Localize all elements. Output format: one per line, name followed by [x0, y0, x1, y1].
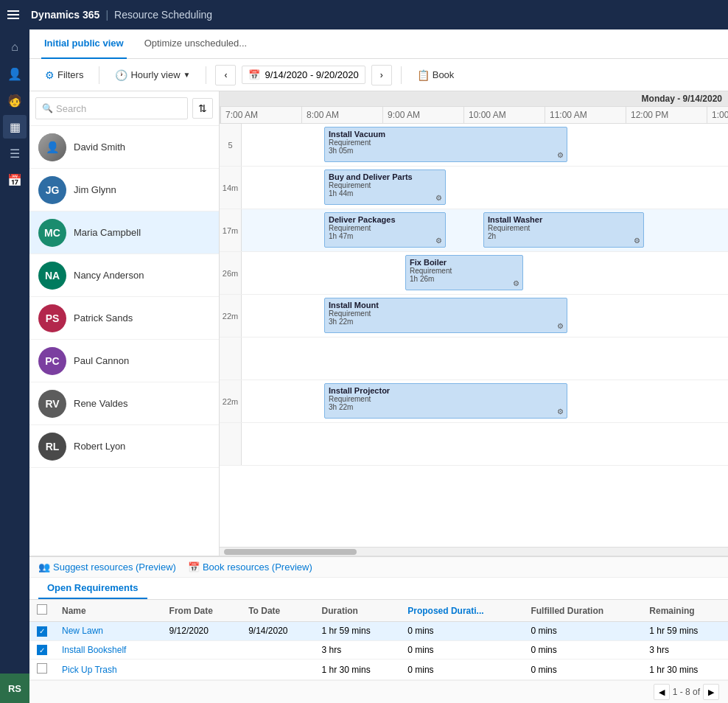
- booking-deliver-packages[interactable]: Deliver Packages Requirement 1h 47m ⚙: [324, 212, 446, 248]
- prev-date-button[interactable]: ‹: [215, 65, 236, 85]
- resource-item-patrick-sands[interactable]: PS Patrick Sands: [29, 297, 219, 340]
- hamburger-menu[interactable]: [7, 10, 19, 19]
- resource-list: 👤 David Smith JG Jim Glynn MC Maria Camp…: [29, 126, 219, 556]
- hourly-view-button[interactable]: 🕐 Hourly view ▼: [108, 66, 197, 85]
- next-page-button[interactable]: ▶: [703, 684, 719, 700]
- timeline-row-robert-lyon: [220, 423, 728, 466]
- to-date-install-bookshelf: [241, 640, 314, 660]
- booking-install-washer[interactable]: Install Washer Requirement 2h ⚙: [483, 212, 644, 248]
- bottom-left-avatar[interactable]: RS: [0, 674, 29, 703]
- tab-initial-public-view[interactable]: Initial public view: [41, 29, 127, 59]
- col-to-date: To Date: [241, 600, 314, 622]
- row-cells-patrick-sands: Install Mount Requirement 3h 22m ⚙: [242, 295, 728, 337]
- checkbox-new-lawn[interactable]: ✓: [37, 626, 47, 637]
- col-proposed-duration[interactable]: Proposed Durati...: [400, 600, 523, 622]
- timeline-row-maria-campbell: 17m Deliver Packages Requirement 1h 47m …: [220, 209, 728, 252]
- col-from-date: From Date: [162, 600, 242, 622]
- booking-install-projector[interactable]: Install Projector Requirement 3h 22m ⚙: [324, 383, 567, 419]
- req-row-pick-up-trash: Pick Up Trash 1 hr 30 mins 0 mins 0 mins…: [29, 660, 728, 680]
- timeslot-12pm: 12:00 PM: [626, 107, 707, 123]
- checkbox-pick-up-trash[interactable]: [37, 663, 47, 674]
- users-icon[interactable]: 👤: [3, 62, 27, 85]
- pagination-nav: ◀ 1 - 8 of ▶: [654, 684, 719, 700]
- to-date-pick-up-trash: [241, 660, 314, 680]
- fulfilled-pick-up-trash: 0 mins: [523, 660, 642, 680]
- resource-item-rene-valdes[interactable]: RV Rene Valdes: [29, 382, 219, 425]
- tab-optimize-unscheduled[interactable]: Optimize unscheduled...: [141, 29, 250, 59]
- timeslot-10am: 10:00 AM: [463, 107, 545, 123]
- prev-page-button[interactable]: ◀: [654, 684, 670, 700]
- col-remaining: Remaining: [642, 600, 728, 622]
- col-fulfilled-duration: Fulfilled Duration: [523, 600, 642, 622]
- timeline-scrollbar[interactable]: [220, 547, 728, 556]
- person-icon[interactable]: 🧑: [3, 88, 27, 112]
- resource-item-jim-glynn[interactable]: JG Jim Glynn: [29, 169, 219, 211]
- link-new-lawn[interactable]: New Lawn: [62, 626, 103, 636]
- row-cells-maria-campbell: Deliver Packages Requirement 1h 47m ⚙ In…: [242, 209, 728, 251]
- duration-new-lawn: 1 hr 59 mins: [315, 622, 401, 641]
- home-icon[interactable]: ⌂: [3, 35, 27, 59]
- remaining-install-bookshelf: 3 hrs: [642, 640, 728, 660]
- timeslot-8am: 8:00 AM: [301, 107, 382, 123]
- timeline-area: Monday - 9/14/2020 7:00 AM 8:00 AM 9:00 …: [220, 91, 728, 556]
- resource-name-paul-cannon: Paul Cannon: [74, 355, 129, 366]
- row-cells-rene-valdes: Install Projector Requirement 3h 22m ⚙: [242, 380, 728, 422]
- col-name: Name: [55, 600, 162, 622]
- bottom-panel: 👥 Suggest resources (Preview) 📅 Book res…: [29, 556, 728, 703]
- timeline-row-david-smith: 5 Install Vacuum Requirement 3h 05m ⚙ Fi…: [220, 124, 728, 167]
- timeline-row-jim-glynn: 14m Buy and Deliver Parts Requirement 1h…: [220, 167, 728, 209]
- book-resources-button[interactable]: 📅 Book resources (Preview): [188, 562, 312, 573]
- sort-button[interactable]: ⇅: [192, 98, 213, 119]
- resource-item-nancy-anderson[interactable]: NA Nancy Anderson: [29, 254, 219, 297]
- resource-item-david-smith[interactable]: 👤 David Smith: [29, 126, 219, 169]
- suggest-resources-button[interactable]: 👥 Suggest resources (Preview): [38, 562, 176, 573]
- book-resources-icon: 📅: [188, 562, 200, 573]
- search-box[interactable]: 🔍 Search: [35, 97, 188, 119]
- col-duration: Duration: [315, 600, 401, 622]
- resource-item-paul-cannon[interactable]: PC Paul Cannon: [29, 340, 219, 382]
- booking-install-vacuum[interactable]: Install Vacuum Requirement 3h 05m ⚙: [324, 127, 567, 162]
- scrollbar-thumb: [224, 549, 357, 555]
- timeslot-11am: 11:00 AM: [545, 107, 626, 123]
- calendar-icon-small: 📅: [248, 69, 260, 80]
- row-label-rene-valdes: 22m: [220, 380, 242, 422]
- avatar-nancy-anderson: NA: [38, 262, 66, 290]
- tab-open-requirements[interactable]: Open Requirements: [38, 578, 147, 599]
- next-date-button[interactable]: ›: [371, 65, 392, 85]
- list-icon[interactable]: ☰: [3, 141, 27, 165]
- row-cells-paul-cannon: 28m: [242, 337, 728, 380]
- checkbox-install-bookshelf[interactable]: ✓: [37, 645, 47, 655]
- row-cells-david-smith: Install Vacuum Requirement 3h 05m ⚙ Fix …: [242, 124, 728, 166]
- resource-item-maria-campbell[interactable]: MC Maria Campbell: [29, 211, 219, 254]
- timeline-row-patrick-sands: 22m Install Mount Requirement 3h 22m ⚙: [220, 295, 728, 337]
- link-pick-up-trash[interactable]: Pick Up Trash: [62, 665, 117, 675]
- row-label-david-smith: 5: [220, 124, 242, 166]
- search-icon: 🔍: [42, 103, 53, 113]
- timeline-row-rene-valdes: 22m Install Projector Requirement 3h 22m…: [220, 380, 728, 423]
- timeline-row-paul-cannon: 28m: [220, 337, 728, 380]
- req-row-install-bookshelf: ✓ Install Bookshelf 3 hrs 0 mins 0 mins …: [29, 640, 728, 660]
- row-label-patrick-sands: 22m: [220, 295, 242, 337]
- timeline-rows: 5 Install Vacuum Requirement 3h 05m ⚙ Fi…: [220, 124, 728, 547]
- col-checkbox: [29, 600, 55, 622]
- book-button[interactable]: 📋 Book: [410, 66, 461, 85]
- booking-fix-boiler[interactable]: Fix Boiler Requirement 1h 26m ⚙: [405, 255, 523, 290]
- left-icon-bar: ⌂ 👤 🧑 ▦ ☰ 📅: [0, 29, 29, 703]
- resource-name-patrick-sands: Patrick Sands: [74, 312, 133, 323]
- booking-buy-deliver-parts[interactable]: Buy and Deliver Parts Requirement 1h 44m…: [324, 169, 446, 205]
- schedule-icon[interactable]: ▦: [3, 115, 27, 139]
- resource-item-robert-lyon[interactable]: RL Robert Lyon: [29, 425, 219, 468]
- calendar-icon[interactable]: 📅: [3, 168, 27, 192]
- date-range-selector[interactable]: 📅 9/14/2020 - 9/20/2020: [242, 66, 365, 84]
- row-cells-nancy-anderson: Fix Boiler Requirement 1h 26m ⚙ Install.…: [242, 252, 728, 294]
- resource-name-nancy-anderson: Nancy Anderson: [74, 270, 144, 281]
- module-name: Resource Scheduling: [114, 9, 212, 21]
- avatar-paul-cannon: PC: [38, 347, 66, 375]
- booking-install-mount[interactable]: Install Mount Requirement 3h 22m ⚙: [324, 298, 567, 333]
- link-install-bookshelf[interactable]: Install Bookshelf: [62, 645, 126, 655]
- select-all-checkbox[interactable]: [37, 604, 47, 615]
- toolbar-separator-1: [99, 66, 99, 84]
- fulfilled-install-bookshelf: 0 mins: [523, 640, 642, 660]
- tab-bar: Initial public view Optimize unscheduled…: [29, 29, 728, 59]
- filters-button[interactable]: ⚙ Filters: [38, 66, 90, 85]
